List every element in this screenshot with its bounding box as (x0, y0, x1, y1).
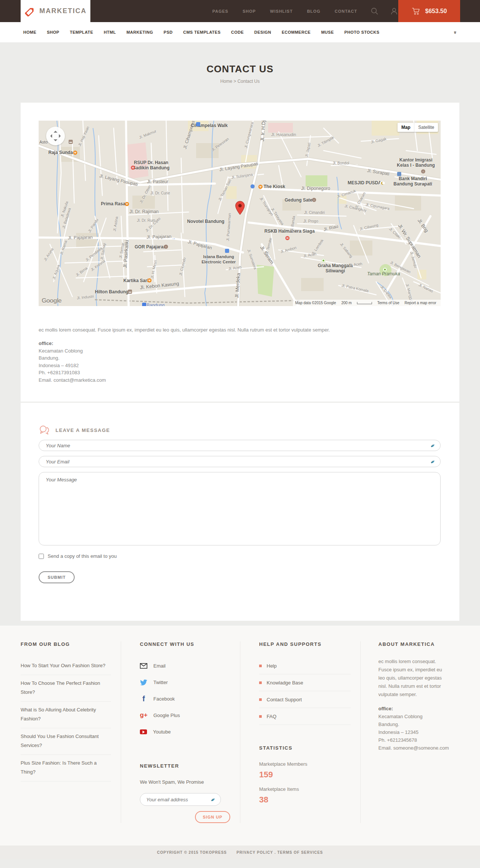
footer-about-heading: ABOUT MARKETICA (378, 641, 450, 647)
menu-shop[interactable]: SHOP (47, 30, 59, 34)
google-map[interactable]: Asto Raja Sunda Jl. Haji Yasin Jl. Makmu… (39, 121, 441, 306)
map-type-satellite-button[interactable]: Satellite (414, 123, 438, 132)
header-nav-shop[interactable]: SHOP (243, 9, 256, 13)
map-label: Jl. Hasanudin (271, 133, 296, 137)
restaurant-icon: Ψ (147, 278, 152, 282)
privacy-policy-link[interactable]: PRIVACY POLICY (237, 850, 273, 855)
main-menubar: HOME SHOP TEMPLATE HTML MARKETING PSD CM… (0, 22, 480, 42)
brand-logo[interactable]: MARKETICA (21, 0, 90, 22)
stat-label: Marketplace Items (259, 786, 351, 792)
submit-button[interactable]: SUBMIT (39, 571, 75, 583)
map-label: Kantor Imigrasi Kelas I - Bandung (393, 157, 438, 168)
header-icons (370, 0, 398, 22)
sign-up-button[interactable]: SIGN UP (195, 811, 230, 823)
terms-of-use-link[interactable]: Terms of Use (377, 301, 399, 305)
youtube-icon (140, 729, 147, 734)
social-link-facebook[interactable]: f Facebook (140, 690, 230, 707)
header-nav-pages[interactable]: PAGES (212, 9, 228, 13)
user-icon[interactable] (390, 7, 398, 15)
bullet-icon (259, 715, 262, 718)
footer-connect-heading: CONNECT WITH US (140, 641, 230, 647)
facebook-icon: f (140, 695, 147, 703)
stat-value: 38 (259, 795, 351, 805)
report-map-error-link[interactable]: Report a map error (405, 301, 436, 305)
menu-psd[interactable]: PSD (164, 30, 172, 34)
map-label: Jl. Progo (303, 219, 318, 223)
social-link-google-plus[interactable]: g+ Google Plus (140, 707, 230, 723)
menu-ecommerce[interactable]: ECOMMERCE (282, 30, 310, 34)
blog-post-link[interactable]: How To Start Your Own Fashion Store? (21, 657, 111, 675)
about-office-line: Ph. +6212345678 (378, 737, 417, 743)
map-label: Raja Sunda (48, 150, 73, 155)
one-way-arrow-icon: → (171, 235, 176, 241)
google-plus-icon: g+ (140, 711, 147, 719)
header-nav-wishlist[interactable]: WISHLIST (270, 9, 293, 13)
email-input[interactable] (39, 456, 441, 467)
top-header: MARKETICA PAGES SHOP WISHLIST BLOG CONTA… (0, 0, 480, 22)
map-type-map-button[interactable]: Map (398, 123, 414, 132)
office-address-block: office: Kecamatan Coblong Bandung. Indon… (39, 340, 441, 384)
menu-muse[interactable]: MUSE (321, 30, 334, 34)
blog-post-link[interactable]: How To Choose The Perfect Fashion Store? (21, 675, 111, 702)
email-field-row: ✒ (39, 456, 441, 467)
send-copy-checkbox[interactable] (39, 554, 44, 559)
help-link: Help (259, 657, 351, 674)
message-field-row (39, 472, 441, 547)
hotel-icon: ▬ (128, 290, 132, 294)
breadcrumb-home[interactable]: Home (220, 79, 232, 84)
menu-template[interactable]: TEMPLATE (70, 30, 93, 34)
help-link: FAQ (259, 708, 351, 725)
transit-icon (250, 184, 255, 188)
map-label: Novotel Bandung (187, 219, 224, 224)
footer-about-column: ABOUT MARKETICA ec mollis lorem consequa… (360, 641, 459, 823)
social-link-twitter[interactable]: Twitter (140, 674, 230, 690)
about-text: ec mollis lorem consequat. Fusce ipsum e… (378, 657, 450, 699)
newsletter-email-input[interactable] (140, 793, 221, 806)
cart-total: $653.50 (425, 8, 447, 15)
footer-blog-heading: FROM OUR BLOG (21, 641, 111, 647)
map-label: MESJID PUSDAI (348, 180, 382, 185)
map-label: RSUP Dr. Hasan Sadikin Bandung (129, 160, 174, 170)
social-link-email[interactable]: Email (140, 657, 230, 674)
menu-code[interactable]: CODE (231, 30, 244, 34)
header-nav-blog[interactable]: BLOG (307, 9, 321, 13)
restaurant-icon: Ψ (258, 185, 262, 189)
message-textarea[interactable] (39, 472, 441, 545)
pan-left-icon[interactable] (48, 134, 52, 138)
menu-design[interactable]: DESIGN (254, 30, 271, 34)
menu-photo-stocks[interactable]: PHOTO STOCKS (344, 30, 380, 34)
map-label: Jl. Pasirkaliki (123, 240, 129, 268)
cart-button[interactable]: $653.50 (398, 0, 460, 22)
museum-icon: ⌂ (421, 169, 425, 173)
pan-up-icon[interactable] (54, 129, 57, 133)
terms-of-services-link[interactable]: TERMS OF SERVICES (277, 850, 323, 855)
search-icon[interactable] (370, 7, 379, 15)
blog-post-link[interactable]: What is So Alluring About Celebrity Fash… (21, 702, 111, 728)
name-input[interactable] (39, 440, 441, 451)
breadcrumb-separator: > (234, 79, 236, 84)
menu-cms-templates[interactable]: CMS TEMPLATES (183, 30, 220, 34)
pan-down-icon[interactable] (54, 139, 57, 143)
contact-intro-text: ec mollis lorem consequat. Fusce ipsum e… (39, 326, 441, 333)
map-label: Asto (39, 139, 48, 145)
menu-marketing[interactable]: MARKETING (126, 30, 153, 34)
bullet-icon (259, 681, 262, 684)
social-link-youtube[interactable]: Youtube (140, 723, 230, 740)
pan-right-icon[interactable] (59, 134, 63, 138)
send-copy-row: Send a copy of this email to you (39, 553, 441, 559)
header-nav-contact[interactable]: CONTACT (334, 9, 357, 13)
map-pan-control[interactable] (46, 127, 65, 145)
blog-post-link[interactable]: Should You Use Fashion Consultant Servic… (21, 728, 111, 755)
map-label: Hilton Bandung (95, 289, 128, 294)
map-label: Bank Mandiri Bandung Surapati (390, 176, 435, 187)
blog-post-link[interactable]: Plus Size Fashion: Is There Such a Thing… (21, 755, 111, 781)
map-marker-pin[interactable] (235, 201, 245, 215)
chevron-down-icon[interactable]: » (453, 31, 458, 33)
map-label: Gedung Sate (285, 197, 312, 203)
twitter-icon (140, 679, 147, 686)
brand-name: MARKETICA (39, 7, 87, 15)
google-logo[interactable]: Google (42, 297, 62, 305)
restaurant-icon: Ψ (125, 202, 129, 206)
menu-home[interactable]: HOME (23, 30, 36, 34)
menu-html[interactable]: HTML (104, 30, 116, 34)
